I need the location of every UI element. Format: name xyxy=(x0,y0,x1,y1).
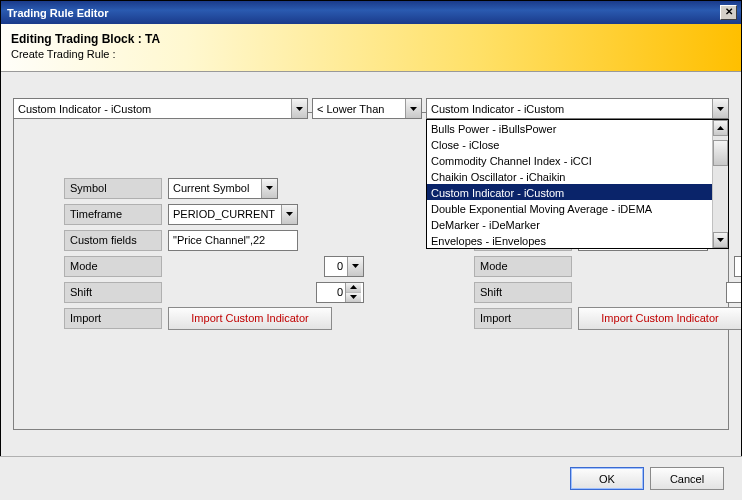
import-custom-indicator-button-r[interactable]: Import Custom Indicator xyxy=(578,307,742,330)
shift-spinner[interactable] xyxy=(316,282,364,303)
mode-combo-r[interactable]: 0 xyxy=(734,256,742,277)
right-operand-combo[interactable]: Custom Indicator - iCustom xyxy=(426,98,729,119)
svg-marker-4 xyxy=(286,212,293,216)
left-operand-value: Custom Indicator - iCustom xyxy=(14,103,291,115)
operator-value: < Lower Than xyxy=(313,103,405,115)
symbol-combo[interactable]: Current Symbol xyxy=(168,178,278,199)
window-title: Trading Rule Editor xyxy=(7,7,108,19)
custom-fields-input[interactable] xyxy=(168,230,298,251)
dropdown-scrollbar[interactable] xyxy=(712,120,728,248)
header-band: Editing Trading Block : TA Create Tradin… xyxy=(1,24,741,72)
chevron-down-icon[interactable] xyxy=(281,205,297,224)
svg-marker-7 xyxy=(350,295,357,299)
svg-marker-12 xyxy=(717,238,724,242)
left-form: Symbol Current Symbol Timeframe PERIOD_C… xyxy=(64,177,364,333)
chevron-down-icon[interactable] xyxy=(347,257,363,276)
label-shift-r: Shift xyxy=(474,282,572,303)
label-shift: Shift xyxy=(64,282,162,303)
svg-marker-6 xyxy=(350,285,357,289)
label-custom-fields: Custom fields xyxy=(64,230,162,251)
header-subtitle: Create Trading Rule : xyxy=(11,48,731,60)
chevron-down-icon[interactable] xyxy=(291,99,307,118)
chevron-down-icon[interactable] xyxy=(346,293,361,302)
dropdown-option[interactable]: Bulls Power - iBullsPower xyxy=(427,120,712,136)
close-button[interactable]: ✕ xyxy=(720,5,737,20)
svg-marker-11 xyxy=(717,126,724,130)
condition-row: Custom Indicator - iCustom < Lower Than … xyxy=(13,98,729,119)
timeframe-combo[interactable]: PERIOD_CURRENT xyxy=(168,204,298,225)
chevron-down-icon[interactable] xyxy=(712,99,728,118)
header-title: Editing Trading Block : TA xyxy=(11,32,731,46)
mode-value-r: 0 xyxy=(735,260,742,272)
work-area: Custom Indicator - iCustom < Lower Than … xyxy=(1,72,741,442)
label-mode: Mode xyxy=(64,256,162,277)
svg-marker-0 xyxy=(296,107,303,111)
scroll-up-icon[interactable] xyxy=(713,120,728,136)
right-operand-value: Custom Indicator - iCustom xyxy=(427,103,712,115)
dropdown-option[interactable]: Envelopes - iEnvelopes xyxy=(427,232,712,248)
dropdown-option[interactable]: DeMarker - iDeMarker xyxy=(427,216,712,232)
mode-value: 0 xyxy=(325,260,347,272)
chevron-down-icon[interactable] xyxy=(261,179,277,198)
ok-button[interactable]: OK xyxy=(570,467,644,490)
timeframe-value: PERIOD_CURRENT xyxy=(169,208,281,220)
mode-combo[interactable]: 0 xyxy=(324,256,364,277)
label-mode-r: Mode xyxy=(474,256,572,277)
symbol-value: Current Symbol xyxy=(169,182,261,194)
import-custom-indicator-button[interactable]: Import Custom Indicator xyxy=(168,307,332,330)
scroll-down-icon[interactable] xyxy=(713,232,728,248)
operator-combo[interactable]: < Lower Than xyxy=(312,98,422,119)
dropdown-option[interactable]: Close - iClose xyxy=(427,136,712,152)
svg-marker-5 xyxy=(352,264,359,268)
shift-spinner-r[interactable] xyxy=(726,282,742,303)
scroll-thumb[interactable] xyxy=(713,140,728,166)
label-import: Import xyxy=(64,308,162,329)
chevron-down-icon[interactable] xyxy=(405,99,421,118)
dropdown-option[interactable]: Commodity Channel Index - iCCI xyxy=(427,152,712,168)
right-operand-dropdown-list[interactable]: Bulls Power - iBullsPowerClose - iCloseC… xyxy=(426,119,729,249)
shift-value-r[interactable] xyxy=(727,283,742,302)
svg-marker-2 xyxy=(717,107,724,111)
svg-marker-3 xyxy=(266,186,273,190)
shift-value[interactable] xyxy=(317,283,345,302)
dropdown-option[interactable]: Chaikin Oscillator - iChaikin xyxy=(427,168,712,184)
left-operand-combo[interactable]: Custom Indicator - iCustom xyxy=(13,98,308,119)
label-timeframe: Timeframe xyxy=(64,204,162,225)
cancel-button[interactable]: Cancel xyxy=(650,467,724,490)
footer: OK Cancel xyxy=(0,456,742,500)
dropdown-option[interactable]: Custom Indicator - iCustom xyxy=(427,184,712,200)
label-symbol: Symbol xyxy=(64,178,162,199)
chevron-up-icon[interactable] xyxy=(346,283,361,293)
svg-marker-1 xyxy=(410,107,417,111)
titlebar: Trading Rule Editor ✕ xyxy=(1,1,741,24)
dropdown-option[interactable]: Double Exponential Moving Average - iDEM… xyxy=(427,200,712,216)
label-import-r: Import xyxy=(474,308,572,329)
